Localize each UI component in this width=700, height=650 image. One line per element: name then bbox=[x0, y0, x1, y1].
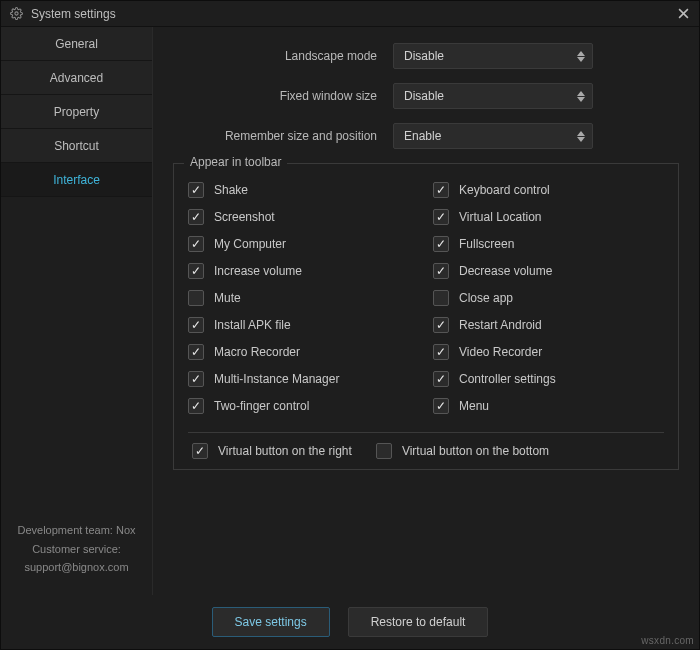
chevron-updown-icon bbox=[570, 44, 592, 68]
body: General Advanced Property Shortcut Inter… bbox=[1, 27, 699, 595]
landscape-mode-label: Landscape mode bbox=[173, 49, 393, 63]
tab-label: Advanced bbox=[50, 71, 103, 85]
checkbox-label: Video Recorder bbox=[459, 345, 542, 359]
select-value: Disable bbox=[404, 89, 444, 103]
tab-label: General bbox=[55, 37, 98, 51]
checkbox-virtual-bottom[interactable]: Virtual button on the bottom bbox=[376, 443, 549, 459]
button-label: Restore to default bbox=[371, 615, 466, 629]
virtual-button-row: Virtual button on the right Virtual butt… bbox=[188, 432, 664, 459]
checkbox-item[interactable]: Video Recorder bbox=[433, 344, 664, 360]
row-remember-size: Remember size and position Enable bbox=[173, 123, 679, 149]
checkbox-box bbox=[188, 344, 204, 360]
toolbar-legend: Appear in toolbar bbox=[184, 155, 287, 169]
fixed-window-size-select[interactable]: Disable bbox=[393, 83, 593, 109]
close-icon[interactable] bbox=[675, 5, 691, 21]
titlebar-title: System settings bbox=[31, 7, 116, 21]
checkbox-item[interactable]: Keyboard control bbox=[433, 182, 664, 198]
checkbox-box bbox=[376, 443, 392, 459]
checkbox-label: Two-finger control bbox=[214, 399, 309, 413]
checkbox-label: Multi-Instance Manager bbox=[214, 372, 339, 386]
checkbox-label: My Computer bbox=[214, 237, 286, 251]
checkbox-box bbox=[188, 236, 204, 252]
checkbox-virtual-right[interactable]: Virtual button on the right bbox=[192, 443, 352, 459]
checkbox-box bbox=[433, 371, 449, 387]
support-email: support@bignox.com bbox=[9, 558, 144, 577]
checkbox-label: Restart Android bbox=[459, 318, 542, 332]
checkbox-box bbox=[433, 182, 449, 198]
watermark-text: wsxdn.com bbox=[641, 635, 694, 646]
main-panel: Landscape mode Disable Fixed window size… bbox=[153, 27, 699, 595]
checkbox-item[interactable]: Decrease volume bbox=[433, 263, 664, 279]
checkbox-label: Shake bbox=[214, 183, 248, 197]
checkbox-box bbox=[188, 182, 204, 198]
checkbox-label: Fullscreen bbox=[459, 237, 514, 251]
checkbox-label: Macro Recorder bbox=[214, 345, 300, 359]
checkbox-item[interactable]: Fullscreen bbox=[433, 236, 664, 252]
support-label: Customer service: bbox=[9, 540, 144, 559]
checkbox-item[interactable]: Restart Android bbox=[433, 317, 664, 333]
save-button[interactable]: Save settings bbox=[212, 607, 330, 637]
checkbox-label: Menu bbox=[459, 399, 489, 413]
checkbox-label: Install APK file bbox=[214, 318, 291, 332]
footer: Save settings Restore to default bbox=[1, 595, 699, 649]
checkbox-item[interactable]: Menu bbox=[433, 398, 664, 414]
checkbox-label: Decrease volume bbox=[459, 264, 552, 278]
checkbox-label: Virtual button on the right bbox=[218, 444, 352, 458]
checkbox-item[interactable]: Controller settings bbox=[433, 371, 664, 387]
landscape-mode-select[interactable]: Disable bbox=[393, 43, 593, 69]
checkbox-item[interactable]: Virtual Location bbox=[433, 209, 664, 225]
tab-advanced[interactable]: Advanced bbox=[1, 61, 152, 95]
restore-default-button[interactable]: Restore to default bbox=[348, 607, 489, 637]
sidebar: General Advanced Property Shortcut Inter… bbox=[1, 27, 153, 595]
row-fixed-window-size: Fixed window size Disable bbox=[173, 83, 679, 109]
remember-size-label: Remember size and position bbox=[173, 129, 393, 143]
remember-size-select[interactable]: Enable bbox=[393, 123, 593, 149]
checkbox-label: Mute bbox=[214, 291, 241, 305]
chevron-updown-icon bbox=[570, 124, 592, 148]
checkbox-box bbox=[188, 263, 204, 279]
checkbox-box bbox=[188, 398, 204, 414]
tab-general[interactable]: General bbox=[1, 27, 152, 61]
checkbox-box bbox=[188, 290, 204, 306]
checkbox-item[interactable]: Install APK file bbox=[188, 317, 419, 333]
checkbox-box bbox=[188, 209, 204, 225]
checkbox-item[interactable]: Mute bbox=[188, 290, 419, 306]
checkbox-label: Controller settings bbox=[459, 372, 556, 386]
checkbox-box bbox=[433, 398, 449, 414]
checkbox-box bbox=[192, 443, 208, 459]
select-value: Enable bbox=[404, 129, 441, 143]
fixed-window-size-label: Fixed window size bbox=[173, 89, 393, 103]
toolbar-fieldset: Appear in toolbar ShakeKeyboard controlS… bbox=[173, 163, 679, 470]
dev-team-line: Development team: Nox bbox=[9, 521, 144, 540]
checkbox-item[interactable]: Shake bbox=[188, 182, 419, 198]
checkbox-box bbox=[188, 371, 204, 387]
checkbox-item[interactable]: Macro Recorder bbox=[188, 344, 419, 360]
checkbox-label: Keyboard control bbox=[459, 183, 550, 197]
toolbar-grid: ShakeKeyboard controlScreenshotVirtual L… bbox=[188, 176, 664, 422]
button-label: Save settings bbox=[235, 615, 307, 629]
sidebar-spacer bbox=[1, 197, 152, 509]
svg-point-0 bbox=[14, 12, 17, 15]
checkbox-item[interactable]: Screenshot bbox=[188, 209, 419, 225]
tab-shortcut[interactable]: Shortcut bbox=[1, 129, 152, 163]
checkbox-box bbox=[433, 209, 449, 225]
checkbox-label: Screenshot bbox=[214, 210, 275, 224]
checkbox-item[interactable]: Close app bbox=[433, 290, 664, 306]
tab-label: Interface bbox=[53, 173, 100, 187]
checkbox-item[interactable]: Multi-Instance Manager bbox=[188, 371, 419, 387]
tab-property[interactable]: Property bbox=[1, 95, 152, 129]
checkbox-box bbox=[433, 344, 449, 360]
row-landscape-mode: Landscape mode Disable bbox=[173, 43, 679, 69]
checkbox-box bbox=[433, 263, 449, 279]
settings-window: System settings General Advanced Propert… bbox=[0, 0, 700, 650]
checkbox-box bbox=[433, 290, 449, 306]
checkbox-item[interactable]: Increase volume bbox=[188, 263, 419, 279]
checkbox-item[interactable]: My Computer bbox=[188, 236, 419, 252]
checkbox-box bbox=[433, 317, 449, 333]
sidebar-footer: Development team: Nox Customer service: … bbox=[1, 509, 152, 595]
select-value: Disable bbox=[404, 49, 444, 63]
tab-interface[interactable]: Interface bbox=[1, 163, 152, 197]
tab-label: Property bbox=[54, 105, 99, 119]
checkbox-label: Virtual button on the bottom bbox=[402, 444, 549, 458]
checkbox-item[interactable]: Two-finger control bbox=[188, 398, 419, 414]
